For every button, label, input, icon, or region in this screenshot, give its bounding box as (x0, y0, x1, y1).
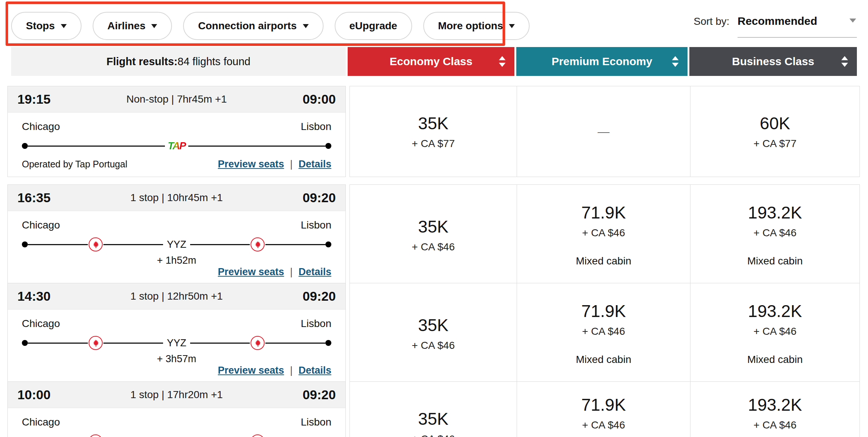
timeline-destination-dot-icon (325, 143, 331, 149)
departure-time: 16:35 (17, 190, 51, 205)
flight-times-band: 16:35 1 stop | 10hr45m +1 09:20 (8, 185, 345, 211)
flight-times-band: 19:15 Non-stop | 7hr45m +1 09:00 (8, 86, 345, 113)
sort-up-down-icon (672, 56, 679, 67)
origin-city: Chicago (22, 121, 60, 133)
cash-value: + CA $46 (582, 227, 625, 239)
arrival-time: 09:20 (302, 190, 336, 205)
preview-seats-link[interactable]: Preview seats (218, 159, 284, 170)
filter-more-options-label: More options (438, 20, 503, 32)
economy-price-cell[interactable]: 35K + CA $46 (350, 185, 517, 284)
premium-price-cell[interactable]: 71.9K + CA $46 Mixed cabin (517, 283, 690, 383)
points-value: 71.9K (581, 301, 626, 321)
filter-stops-button[interactable]: Stops (11, 12, 82, 40)
flight-card-body: Chicago Lisbon YYZ + 3h57m (8, 310, 345, 383)
details-link[interactable]: Details (298, 365, 331, 376)
timeline-origin-dot-icon (22, 340, 28, 346)
sort-select[interactable]: Recommended (738, 15, 857, 38)
price-block: 35K + CA $46 71.9K + CA $46 Mixed cabin … (349, 184, 860, 285)
points-value: 35K (418, 409, 448, 429)
filter-airlines-button[interactable]: Airlines (93, 12, 172, 40)
sort-by-label: Sort by: (694, 15, 729, 27)
filter-connection-airports-button[interactable]: Connection airports (183, 12, 323, 40)
destination-city: Lisbon (301, 121, 331, 133)
points-value: 60K (760, 113, 790, 133)
premium-price-cell[interactable]: 71.9K + CA $46 Mixed cabin (517, 185, 690, 284)
sort-up-down-icon (841, 56, 848, 67)
arrival-time: 09:20 (302, 289, 336, 304)
flight-timeline: YYZ (22, 237, 331, 252)
cash-value: + CA $46 (753, 419, 796, 431)
price-block: 35K + CA $46 71.9K + CA $46 Mixed cabin … (349, 381, 860, 437)
flight-card: 19:15 Non-stop | 7hr45m +1 09:00 Chicago… (7, 86, 346, 177)
filter-eupgrade-label: eUpgrade (349, 20, 397, 32)
premium-price-cell[interactable]: — (517, 86, 690, 177)
column-header-premium-economy[interactable]: Premium Economy (516, 47, 688, 76)
flight-row: 10:00 1 stop | 17hr20m +1 09:20 Chicago … (7, 381, 868, 437)
city-pair: Chicago Lisbon (22, 416, 331, 428)
points-value: 35K (418, 217, 448, 237)
economy-price-cell[interactable]: 35K + CA $46 (350, 283, 517, 383)
price-block: 35K + CA $46 71.9K + CA $46 Mixed cabin … (349, 283, 860, 383)
business-price-cell[interactable]: 60K + CA $77 (690, 86, 859, 177)
details-link[interactable]: Details (298, 159, 331, 170)
timeline-destination-dot-icon (325, 340, 331, 346)
business-price-cell[interactable]: 193.2K + CA $46 Mixed cabin (690, 382, 859, 437)
timeline-segment (103, 343, 163, 344)
timeline-segment (190, 244, 250, 245)
caret-down-icon (303, 24, 309, 28)
filter-stops-label: Stops (26, 20, 55, 32)
mixed-cabin-note: Mixed cabin (576, 255, 631, 267)
caret-down-icon (849, 19, 856, 23)
timeline-destination-dot-icon (325, 241, 331, 247)
cash-value: + CA $46 (582, 419, 625, 431)
flight-timeline: TAP (22, 139, 331, 153)
caret-down-icon (151, 24, 157, 28)
arrival-time: 09:20 (302, 387, 336, 402)
business-price-cell[interactable]: 193.2K + CA $46 Mixed cabin (690, 185, 859, 284)
preview-seats-link[interactable]: Preview seats (218, 365, 284, 376)
mixed-cabin-note: Mixed cabin (576, 354, 631, 366)
stopover-airport-code: YYZ (163, 436, 190, 437)
layover-duration: + 1h52m (22, 255, 331, 266)
city-pair: Chicago Lisbon (22, 121, 331, 133)
unavailable-dash: — (598, 125, 610, 139)
preview-seats-link[interactable]: Preview seats (218, 266, 284, 278)
flight-times-band: 14:30 1 stop | 12hr50m +1 09:20 (8, 283, 345, 310)
cash-value: + CA $77 (753, 138, 796, 150)
timeline-segment (28, 244, 88, 245)
cash-value: + CA $46 (412, 340, 455, 351)
flight-row: 19:15 Non-stop | 7hr45m +1 09:00 Chicago… (7, 86, 868, 177)
premium-price-cell[interactable]: 71.9K + CA $46 Mixed cabin (517, 382, 690, 437)
maple-leaf-icon (89, 237, 103, 251)
points-value: 35K (418, 113, 448, 133)
destination-city: Lisbon (301, 219, 331, 231)
business-price-cell[interactable]: 193.2K + CA $46 Mixed cabin (690, 283, 859, 383)
flight-card: 16:35 1 stop | 10hr45m +1 09:20 Chicago … (7, 184, 346, 285)
city-pair: Chicago Lisbon (22, 219, 331, 231)
column-header-economy[interactable]: Economy Class (348, 47, 514, 76)
points-value: 193.2K (748, 301, 802, 321)
sort-up-down-icon (499, 56, 506, 67)
flight-row: 16:35 1 stop | 10hr45m +1 09:20 Chicago … (7, 184, 868, 276)
timeline-segment (28, 146, 165, 147)
economy-price-cell[interactable]: 35K + CA $46 (350, 382, 517, 437)
points-value: 193.2K (748, 395, 802, 415)
filter-more-options-button[interactable]: More options (423, 12, 530, 40)
arrival-time: 09:00 (302, 92, 336, 107)
destination-city: Lisbon (301, 416, 331, 428)
flight-results-summary: Flight results:84 flights found (11, 47, 346, 76)
flight-card-body: Chicago Lisbon TAP Operated by Tap Portu… (8, 113, 345, 177)
flight-timeline: YYZ (22, 434, 331, 437)
flight-card-body: Chicago Lisbon YYZ (8, 408, 345, 437)
filter-eupgrade-button[interactable]: eUpgrade (335, 12, 412, 40)
departure-time: 10:00 (17, 387, 51, 402)
flight-results-count: 84 flights found (178, 56, 251, 68)
stopover-airport-code: YYZ (163, 239, 190, 250)
origin-city: Chicago (22, 318, 60, 330)
column-header-business[interactable]: Business Class (689, 47, 857, 76)
details-link[interactable]: Details (298, 266, 331, 278)
economy-price-cell[interactable]: 35K + CA $77 (350, 86, 517, 177)
flight-rows: 19:15 Non-stop | 7hr45m +1 09:00 Chicago… (0, 86, 868, 437)
flight-links: Preview seats | Details (218, 365, 331, 376)
timeline-origin-dot-icon (22, 143, 28, 149)
